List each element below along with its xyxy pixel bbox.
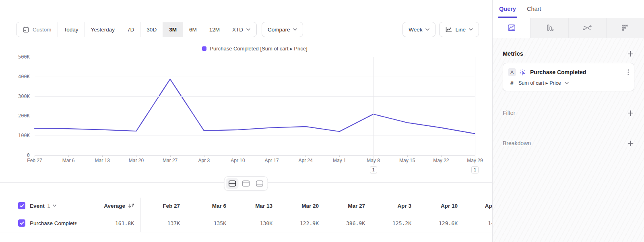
report-type-retention[interactable] — [606, 18, 644, 38]
date-range-today[interactable]: Today — [58, 22, 85, 37]
chart-type-dropdown[interactable]: Line — [439, 22, 479, 37]
custom-event-sparkle-icon — [520, 69, 526, 76]
breakdown-section-header: Breakdown — [503, 139, 634, 147]
date-column-value: 137K — [141, 220, 187, 226]
average-header-cell: Average — [76, 198, 141, 214]
chevron-down-icon — [246, 28, 250, 31]
date-range-7d[interactable]: 7D — [121, 22, 140, 37]
date-column-value: 122.9K — [280, 220, 326, 226]
date-range-12m[interactable]: 12M — [203, 22, 226, 37]
add-breakdown-button[interactable] — [626, 139, 634, 147]
event-header-cell: Event 1 — [0, 202, 76, 209]
x-axis-tick-label: May 22 — [433, 158, 449, 163]
plus-icon — [627, 110, 634, 116]
x-axis-tick — [136, 155, 136, 157]
date-column-header: Mar 27 — [326, 203, 372, 209]
y-axis-tick-label: 200K — [0, 113, 30, 119]
legend-item[interactable]: Purchase Completed [Sum of cart ▸ Price] — [202, 46, 307, 52]
legend-label: Purchase Completed [Sum of cart ▸ Price] — [210, 46, 307, 52]
annotation-badge[interactable]: 1 — [471, 166, 479, 173]
report-type-funnels[interactable] — [530, 18, 568, 38]
tab-chart[interactable]: Chart — [527, 0, 541, 18]
annotation-badge[interactable]: 1 — [370, 166, 377, 173]
date-value-cells: 137K135K130K122.9K386.9K125.2K129.6K14 — [141, 214, 492, 232]
metric-card[interactable]: A Purchase Completed # Sum of cart ▸ Pri… — [503, 63, 634, 91]
metric-aggregation-label: Sum of cart ▸ Price — [518, 80, 561, 86]
report-type-flows[interactable] — [568, 18, 606, 38]
x-axis-tick — [238, 155, 238, 157]
query-sidebar: Query Chart Metrics A Purchase Comple — [492, 0, 644, 242]
x-axis-tick-label: May 1 — [333, 158, 346, 163]
date-column-value: 135K — [187, 220, 233, 226]
filter-section-header: Filter — [503, 109, 634, 117]
select-all-checkbox[interactable] — [18, 202, 25, 209]
series-line — [35, 79, 475, 134]
date-range-xtd[interactable]: XTD — [226, 22, 256, 37]
x-axis-tick — [170, 155, 171, 157]
line-chart-icon — [445, 27, 452, 33]
x-axis-line — [35, 155, 475, 156]
date-range-3m[interactable]: 3M — [163, 22, 183, 37]
add-filter-button[interactable] — [626, 109, 634, 117]
number-property-icon: # — [509, 80, 515, 86]
flows-icon — [582, 23, 592, 33]
date-column-header: Apr 10 — [419, 203, 465, 209]
layout-toggle-split-view[interactable] — [226, 178, 239, 189]
compare-button[interactable]: Compare — [262, 22, 303, 37]
x-axis-tick — [102, 155, 103, 157]
x-axis-tick-label: Apr 10 — [231, 158, 245, 163]
x-axis-tick — [204, 155, 204, 157]
event-header-label: Event — [30, 203, 45, 209]
gridline — [35, 116, 475, 116]
event-header-dropdown[interactable]: Event 1 — [30, 202, 56, 209]
kebab-menu-icon — [627, 69, 629, 75]
date-column-value: 386.9K — [326, 220, 372, 226]
metric-aggregation-dropdown[interactable]: # Sum of cart ▸ Price — [508, 80, 629, 86]
date-header-cells: Feb 27Mar 6Mar 13Mar 20Mar 27Apr 3Apr 10… — [141, 198, 492, 214]
layout-toggle-chart-only-view[interactable] — [240, 178, 252, 189]
date-column-value: 129.6K — [419, 220, 465, 226]
results-table: Event 1 Average Feb 27Mar 6Mar 13Mar 20M… — [0, 198, 492, 232]
metric-options-button[interactable] — [627, 69, 629, 75]
date-column-header: Apr 3 — [372, 203, 419, 209]
date-column-value: 130K — [233, 220, 280, 226]
metric-event-name: Purchase Completed — [530, 69, 586, 75]
date-range-6m[interactable]: 6M — [183, 22, 203, 37]
date-range-custom[interactable]: Custom — [17, 22, 58, 37]
gridline — [35, 96, 475, 97]
annotation-line — [374, 57, 374, 165]
chart-controls: Week Line — [402, 22, 479, 37]
date-range-label: 30D — [147, 27, 157, 33]
date-range-label: Yesterday — [91, 27, 115, 33]
check-icon — [20, 221, 24, 225]
date-range-label: Custom — [33, 27, 52, 33]
interval-label: Week — [409, 27, 422, 33]
table-only-view-icon — [256, 180, 264, 187]
add-metric-button[interactable] — [626, 50, 634, 58]
date-range-30d[interactable]: 30D — [140, 22, 163, 37]
gridline — [35, 77, 475, 77]
date-range-yesterday[interactable]: Yesterday — [85, 22, 122, 37]
plot-area — [35, 57, 475, 155]
layout-toggle-table-only-view[interactable] — [254, 178, 266, 189]
interval-dropdown[interactable]: Week — [402, 22, 436, 37]
chevron-down-icon — [293, 28, 297, 31]
metrics-section-header: Metrics — [503, 50, 634, 58]
tab-query[interactable]: Query — [499, 0, 516, 18]
date-column-value: 125.2K — [372, 220, 419, 226]
row-checkbox[interactable] — [18, 219, 25, 227]
main-panel: CustomTodayYesterday7D30D3M6M12MXTD Comp… — [0, 0, 492, 242]
compare-label: Compare — [268, 27, 290, 33]
report-type-insights[interactable] — [493, 18, 530, 38]
x-axis-tick — [339, 155, 340, 157]
metric-card-main: A Purchase Completed — [508, 68, 629, 76]
x-axis-tick — [407, 155, 408, 157]
tab-query-label: Query — [499, 6, 516, 12]
sort-descending-icon[interactable] — [128, 203, 134, 209]
table-row: Purchase Completed [... 161.8K 137K135K1… — [0, 214, 492, 232]
x-axis-tick — [272, 155, 272, 157]
chart-type-label: Line — [455, 27, 466, 33]
sidebar-tabs: Query Chart — [493, 0, 644, 18]
breakdown-title: Breakdown — [503, 140, 531, 146]
plus-icon — [627, 51, 634, 57]
